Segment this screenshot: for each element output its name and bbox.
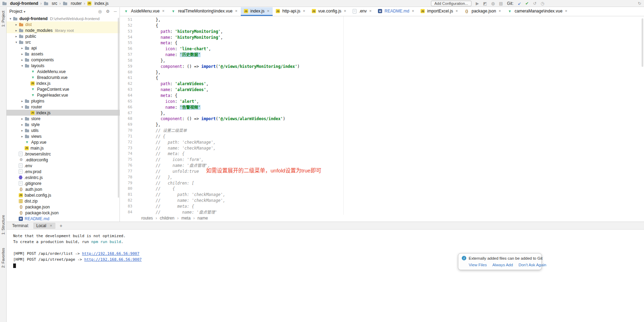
code-line[interactable]: 76 // name: '盘点管理', — [120, 163, 644, 169]
tree-row[interactable]: ▸public — [7, 33, 120, 39]
editor-scrollbar[interactable] — [642, 18, 643, 67]
chevron-right-icon[interactable]: ▸ — [20, 123, 25, 126]
notification-action[interactable]: View Files — [469, 263, 487, 267]
tree-row[interactable]: ▼App.vue — [7, 139, 120, 145]
tree-row[interactable]: .browserslistrc — [7, 151, 120, 157]
breadcrumb-item[interactable]: children — [160, 216, 174, 221]
terminal-tab-local[interactable]: Local ✕ — [33, 223, 55, 229]
notification-action[interactable]: Don't Ask Again — [519, 263, 546, 267]
tree-row[interactable]: ⚙.editorconfig — [7, 157, 120, 163]
tree-row[interactable]: ▸utils — [7, 127, 120, 133]
code-line[interactable]: 75 // icon: 'form', — [120, 157, 644, 163]
chevron-right-icon[interactable]: ▸ — [20, 117, 25, 120]
breadcrumb-item[interactable]: meta — [181, 216, 191, 221]
close-tab-icon[interactable]: ✕ — [456, 9, 458, 13]
close-tab-icon[interactable]: ✕ — [412, 9, 414, 13]
update-project-icon[interactable]: ↙ — [518, 1, 521, 6]
code-line[interactable]: 74 // meta: { — [120, 151, 644, 157]
tree-row[interactable]: JSindex.js — [7, 80, 120, 86]
code-line[interactable]: 69 }, — [120, 122, 644, 128]
code-line[interactable]: 82 // name: 'checkManage', — [120, 198, 644, 204]
tree-row[interactable]: .eslintrc.js — [7, 175, 120, 180]
locate-file-icon[interactable]: ◎ — [98, 9, 102, 14]
chevron-down-icon[interactable]: ▾ — [20, 105, 25, 109]
breadcrumb-item[interactable]: duoji-frontend — [2, 1, 38, 6]
code-line[interactable]: 59 component: () => import('@/views/hist… — [120, 64, 644, 70]
terminal-link[interactable]: http://192.168.66.56:9007 — [82, 251, 140, 256]
coverage-icon[interactable]: ◍ — [491, 1, 495, 6]
restore-layout-icon[interactable]: ↻ — [638, 1, 641, 6]
code-line[interactable]: 55 meta: { — [120, 40, 644, 46]
profiler-icon[interactable]: ▤ — [499, 1, 503, 6]
code-line[interactable]: 81 // path: 'checkManage', — [120, 192, 644, 198]
tree-row[interactable]: ▾duoji-frontendD:\zheheWeb\duoji-fronten… — [7, 16, 120, 21]
close-tab-icon[interactable]: ✕ — [303, 9, 306, 13]
code-line[interactable]: 64 meta: { — [120, 93, 644, 99]
breadcrumb-item[interactable]: routes — [141, 216, 153, 221]
code-line[interactable]: 79 // children: [ — [120, 180, 644, 186]
chevron-right-icon[interactable]: ▸ — [20, 46, 25, 50]
editor-tab[interactable]: MREADME.md✕ — [375, 7, 417, 16]
close-tab-icon[interactable]: ✕ — [369, 9, 372, 13]
tree-row[interactable]: ▸node_moduleslibrary root — [7, 27, 120, 33]
chevron-right-icon[interactable]: ▸ — [20, 99, 25, 103]
editor-tab[interactable]: JSindex.js✕ — [241, 7, 273, 16]
tool-button-favorites[interactable]: 2: Favorites — [1, 248, 5, 268]
commit-icon[interactable]: ✔ — [525, 1, 529, 6]
code-line[interactable]: 66 name: '告警视频' — [120, 105, 644, 110]
project-scrollbar[interactable] — [118, 18, 119, 198]
tree-row[interactable]: ▸dist — [7, 21, 120, 27]
code-line[interactable]: 56 icon: 'line-chart', — [120, 46, 644, 52]
code-line[interactable]: 53 path: 'historyMonitoring', — [120, 29, 644, 35]
tree-row[interactable]: ▸api — [7, 45, 120, 51]
breadcrumb-item[interactable]: router — [63, 1, 81, 6]
tree-row[interactable]: JSindex.js — [7, 110, 120, 116]
chevron-right-icon[interactable]: ▸ — [14, 29, 19, 32]
code-line[interactable]: 77 // unfold:true — [120, 169, 644, 175]
close-tab-icon[interactable]: ✕ — [50, 224, 52, 227]
hide-panel-icon[interactable]: ─ — [114, 9, 117, 14]
code-line[interactable]: 60 }, — [120, 70, 644, 75]
tree-row[interactable]: ▼PageContent.vue — [7, 86, 120, 92]
tree-row[interactable]: .gitignore — [7, 180, 120, 186]
close-tab-icon[interactable]: ✕ — [565, 9, 568, 13]
gear-icon[interactable]: ⚙ — [106, 9, 110, 14]
tree-row[interactable]: ▸views — [7, 133, 120, 139]
tree-row[interactable]: ▸plugins — [7, 98, 120, 104]
code-line[interactable]: 67 }, — [120, 110, 644, 116]
terminal-output[interactable]: Note that the development build is not o… — [7, 230, 644, 268]
editor-tab[interactable]: ▼cameraManage\index.vue✕ — [504, 7, 571, 16]
breadcrumb-item[interactable]: src — [44, 1, 57, 6]
run-icon[interactable]: ▶ — [476, 1, 479, 6]
editor-tab[interactable]: JSvue.config.js✕ — [309, 7, 350, 16]
tree-row[interactable]: ▾router — [7, 104, 120, 110]
tree-row[interactable]: {}auth.json — [7, 186, 120, 192]
close-tab-icon[interactable]: ✕ — [162, 9, 165, 13]
chevron-right-icon[interactable]: ▸ — [20, 129, 25, 132]
chevron-down-icon[interactable]: ▾ — [24, 10, 25, 14]
tree-row[interactable]: JSbabel.config.js — [7, 192, 120, 198]
close-tab-icon[interactable]: ✕ — [267, 9, 270, 13]
notification-action[interactable]: Always Add — [492, 263, 513, 267]
code-line[interactable]: 65 icon: 'alert', — [120, 99, 644, 105]
chevron-down-icon[interactable]: ▾ — [14, 41, 19, 44]
code-line[interactable]: 84 // name: '盘点管理' — [120, 209, 644, 215]
close-tab-icon[interactable]: ✕ — [499, 9, 501, 13]
breadcrumb-item[interactable]: JSindex.js — [87, 1, 109, 6]
rollback-icon[interactable]: ↺ — [533, 1, 536, 6]
new-terminal-icon[interactable]: + — [60, 223, 62, 229]
code-line[interactable]: 52 { — [120, 23, 644, 29]
tree-row[interactable]: {}package.json — [7, 204, 120, 210]
editor-tab[interactable]: ▼AsideMenu.vue✕ — [121, 7, 168, 16]
breadcrumb-item[interactable]: name — [197, 216, 208, 221]
debug-icon[interactable]: ◩ — [483, 1, 487, 6]
tree-row[interactable]: ▸components — [7, 57, 120, 63]
editor-tab[interactable]: JShttp-api.js✕ — [273, 7, 309, 16]
tree-row[interactable]: {}package-lock.json — [7, 210, 120, 216]
code-line[interactable]: 83 // meta: { — [120, 204, 644, 209]
code-line[interactable]: 54 name: 'historyMonitoring', — [120, 35, 644, 41]
editor-tab[interactable]: .env✕ — [350, 7, 375, 16]
code-line[interactable]: 68 component: () => import('@/views/alar… — [120, 116, 644, 122]
code-line[interactable]: 62 path: 'alarmVideos', — [120, 81, 644, 87]
chevron-right-icon[interactable]: ▸ — [20, 58, 25, 62]
